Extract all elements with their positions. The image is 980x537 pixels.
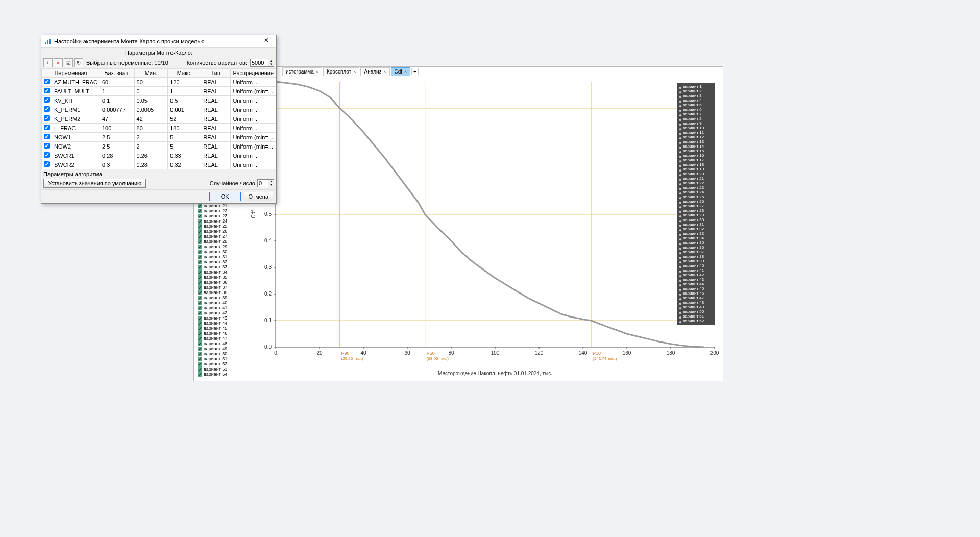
variant-checkbox[interactable]	[198, 336, 202, 341]
tab-истограмма[interactable]: истограмма×	[282, 67, 322, 76]
list-item[interactable]: вариант 31	[197, 254, 242, 259]
list-item[interactable]: вариант 51	[197, 356, 242, 361]
close-icon[interactable]: ×	[353, 69, 356, 75]
dist-value[interactable]: Uniform (min=...	[231, 87, 276, 96]
variant-checkbox[interactable]	[198, 280, 202, 285]
base-value[interactable]: 2.5	[100, 133, 134, 142]
list-item[interactable]: вариант 38	[197, 290, 242, 295]
min-value[interactable]: 50	[134, 78, 168, 87]
min-value[interactable]: 0.05	[134, 96, 168, 105]
list-item[interactable]: вариант 34	[197, 270, 242, 275]
dist-value[interactable]: Uniform (min=...	[231, 133, 276, 142]
list-item[interactable]: вариант 23	[197, 213, 242, 218]
spin-up-icon[interactable]: ▲	[268, 59, 274, 63]
variant-checkbox[interactable]	[198, 306, 202, 310]
list-item[interactable]: вариант 36	[197, 280, 242, 285]
list-item[interactable]: вариант 52	[197, 361, 242, 367]
variant-checkbox[interactable]	[198, 219, 202, 224]
list-item[interactable]: вариант 22	[197, 208, 242, 213]
max-value[interactable]: 5	[168, 142, 201, 151]
base-value[interactable]: 2.5	[100, 142, 134, 151]
variant-checkbox[interactable]	[198, 250, 202, 254]
variant-checkbox[interactable]	[198, 311, 202, 315]
row-checkbox[interactable]	[44, 152, 50, 158]
variant-checkbox[interactable]	[198, 290, 202, 295]
dist-value[interactable]: Uniform ...	[231, 151, 276, 160]
toggle-all-button[interactable]: ☑	[64, 58, 73, 67]
variant-checkbox[interactable]	[198, 321, 202, 326]
variant-checkbox[interactable]	[198, 270, 202, 275]
base-value[interactable]: 0.000777	[100, 105, 134, 114]
min-value[interactable]: 0.0005	[134, 105, 168, 114]
dist-value[interactable]: Uniform ...	[231, 105, 276, 114]
min-value[interactable]: 0.26	[134, 151, 168, 160]
list-item[interactable]: вариант 29	[197, 244, 242, 249]
refresh-button[interactable]: ↻	[74, 58, 83, 67]
base-value[interactable]: 100	[100, 124, 134, 133]
tab-анализ[interactable]: Анализ×	[360, 67, 389, 76]
list-item[interactable]: вариант 26	[197, 229, 242, 234]
variant-checkbox[interactable]	[198, 367, 202, 372]
min-value[interactable]: 42	[134, 114, 168, 124]
random-seed-spinner[interactable]: ▲▼	[257, 179, 274, 187]
cancel-button[interactable]: Отмена	[244, 192, 273, 201]
min-value[interactable]: 0	[134, 87, 168, 96]
dist-value[interactable]: Uniform (min=...	[231, 142, 276, 151]
base-value[interactable]: 1	[100, 87, 134, 96]
variant-checkbox[interactable]	[198, 260, 202, 264]
list-item[interactable]: вариант 39	[197, 295, 242, 300]
max-value[interactable]: 0.33	[168, 151, 201, 160]
variant-checkbox[interactable]	[198, 347, 202, 351]
list-item[interactable]: вариант 27	[197, 234, 242, 239]
base-value[interactable]: 0.3	[100, 160, 134, 169]
variant-count-input[interactable]	[251, 59, 268, 66]
dist-value[interactable]: Uniform ...	[231, 96, 276, 105]
variant-checkbox[interactable]	[198, 245, 202, 249]
variant-checkbox[interactable]	[198, 316, 202, 321]
list-item[interactable]: вариант 44	[197, 321, 242, 326]
variant-checkbox[interactable]	[198, 209, 202, 213]
base-value[interactable]: 47	[100, 114, 134, 124]
list-item[interactable]: вариант 30	[197, 249, 242, 254]
list-item[interactable]: вариант 41	[197, 305, 242, 310]
dist-value[interactable]: Uniform ...	[231, 124, 276, 133]
variant-count-spinner[interactable]: ▲▼	[250, 59, 274, 67]
row-checkbox[interactable]	[44, 125, 50, 130]
row-checkbox[interactable]	[44, 97, 50, 103]
spin-up-icon[interactable]: ▲	[268, 180, 274, 183]
list-item[interactable]: вариант 28	[197, 239, 242, 244]
min-value[interactable]: 2	[134, 142, 168, 151]
dist-value[interactable]: Uniform ...	[231, 78, 276, 87]
variant-checkbox[interactable]	[198, 239, 202, 244]
spin-down-icon[interactable]: ▼	[268, 183, 274, 187]
add-tab-button[interactable]: +	[411, 68, 419, 75]
variant-checkbox[interactable]	[198, 357, 202, 361]
max-value[interactable]: 5	[168, 133, 201, 142]
max-value[interactable]: 52	[168, 114, 201, 124]
list-item[interactable]: вариант 53	[197, 367, 242, 372]
list-item[interactable]: вариант 37	[197, 285, 242, 290]
list-item[interactable]: вариант 35	[197, 275, 242, 280]
row-checkbox[interactable]	[44, 143, 50, 149]
row-checkbox[interactable]	[44, 134, 50, 139]
variant-checkbox[interactable]	[198, 234, 202, 239]
close-icon[interactable]: ×	[316, 69, 318, 75]
variant-checkbox[interactable]	[198, 204, 202, 208]
list-item[interactable]: вариант 54	[197, 372, 242, 377]
variant-checkbox[interactable]	[198, 224, 202, 229]
min-value[interactable]: 0.28	[134, 160, 168, 169]
dist-value[interactable]: Uniform ...	[231, 114, 276, 124]
variant-checkbox[interactable]	[198, 285, 202, 290]
dist-value[interactable]: Uniform ...	[231, 160, 276, 169]
row-checkbox[interactable]	[44, 79, 50, 84]
max-value[interactable]: 0.5	[168, 96, 201, 105]
variant-checkbox[interactable]	[198, 331, 202, 336]
list-item[interactable]: вариант 21	[197, 203, 242, 208]
ok-button[interactable]: OK	[209, 192, 241, 201]
list-item[interactable]: вариант 32	[197, 259, 242, 264]
max-value[interactable]: 0.001	[168, 105, 201, 114]
variant-checkbox[interactable]	[198, 372, 202, 377]
variant-checkbox[interactable]	[198, 229, 202, 234]
variant-checkbox[interactable]	[198, 265, 202, 270]
list-item[interactable]: вариант 50	[197, 351, 242, 356]
